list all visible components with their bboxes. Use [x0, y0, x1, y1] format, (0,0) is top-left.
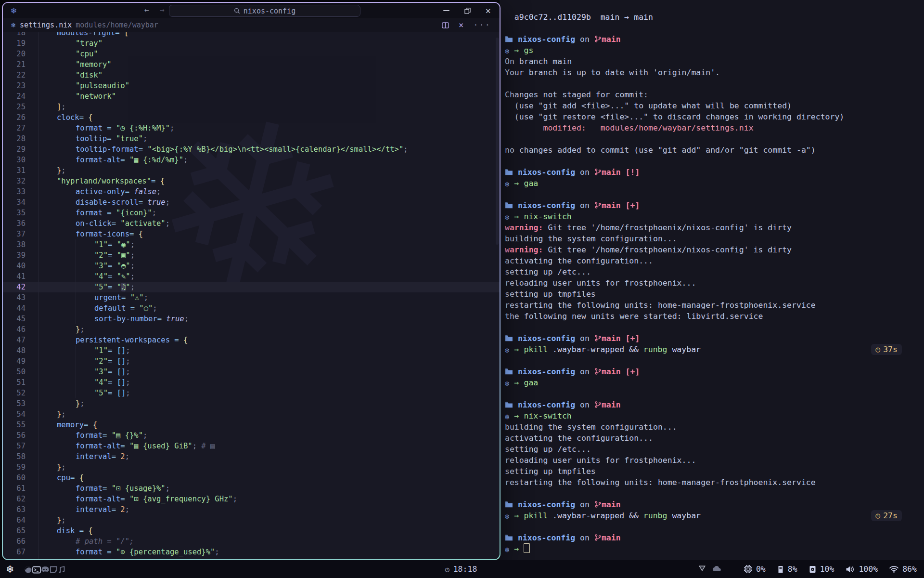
- maximize-button[interactable]: [464, 8, 471, 14]
- code-line[interactable]: 58interval= 2;: [3, 451, 500, 462]
- workspace-firefox-icon[interactable]: [24, 565, 32, 574]
- code-line[interactable]: 44default = "○";: [3, 303, 500, 314]
- code-line[interactable]: 64};: [3, 515, 500, 525]
- code-line[interactable]: 41"4"= "✎";: [3, 271, 500, 282]
- close-button[interactable]: ×: [486, 6, 491, 15]
- nav-forward-button[interactable]: →: [160, 5, 165, 14]
- code-token: =: [139, 145, 148, 154]
- code-line[interactable]: 63interval= 2;: [3, 504, 500, 515]
- code-line[interactable]: 25];: [3, 102, 500, 112]
- code-line[interactable]: 21"memory": [3, 59, 500, 70]
- code-line[interactable]: 43urgent= "⚠";: [3, 292, 500, 303]
- code-line[interactable]: 42"5"= "♫";: [3, 282, 500, 292]
- code-line[interactable]: 48"1"= [];: [3, 345, 500, 356]
- editor-scrollbar[interactable]: [496, 38, 499, 245]
- code-token: true: [147, 198, 165, 207]
- split-pane-icon[interactable]: [442, 22, 449, 28]
- terminal-text: nix-switch: [524, 411, 571, 420]
- code-line[interactable]: 34disable-scroll= true;: [3, 197, 500, 208]
- code-line[interactable]: 59};: [3, 462, 500, 473]
- cpu-module[interactable]: 0%: [744, 565, 766, 574]
- code-line[interactable]: 31};: [3, 165, 500, 176]
- line-number: 20: [3, 49, 27, 59]
- code-line[interactable]: 51"4"= [];: [3, 377, 500, 388]
- code-line[interactable]: 55memory= {: [3, 420, 500, 430]
- terminal-text: [519, 345, 524, 354]
- workspace-note-icon[interactable]: [50, 565, 58, 574]
- code-line[interactable]: 50"3"= [];: [3, 367, 500, 377]
- minimize-button[interactable]: [443, 10, 449, 11]
- cloud-icon[interactable]: [712, 565, 722, 574]
- code-line[interactable]: 57format-alt= "▤ {used} GiB"; # ▤: [3, 441, 500, 451]
- more-options-icon[interactable]: ···: [473, 20, 491, 30]
- code-line[interactable]: 23"pulseaudio": [3, 80, 500, 91]
- code-line[interactable]: 37format-icons= {: [3, 229, 500, 239]
- code-line[interactable]: 67format = "⊙ {percentage_used}%";: [3, 547, 500, 557]
- code-line[interactable]: 27format = "◷ {:%H:%M}";: [3, 123, 500, 133]
- code-line[interactable]: 29tooltip-format= "<big>{:%Y %B}</big>\n…: [3, 144, 500, 155]
- ram-module[interactable]: 8%: [777, 565, 797, 574]
- code-line[interactable]: 61format= "⊡ {usage}%";: [3, 483, 500, 494]
- code-line[interactable]: 22"disk": [3, 70, 500, 80]
- editor-titlebar[interactable]: ❄ ← → nixos-config ×: [3, 3, 500, 18]
- code-text: persistent-workspaces = {: [76, 336, 188, 344]
- code-line[interactable]: 68interval= 60;: [3, 557, 500, 559]
- code-line[interactable]: 53};: [3, 398, 500, 409]
- code-line[interactable]: 32"hyprland/workspaces"= {: [3, 176, 500, 186]
- indent-guide: [57, 292, 57, 303]
- code-line[interactable]: 20"cpu": [3, 49, 500, 59]
- code-line[interactable]: 33active-only= false;: [3, 186, 500, 197]
- code-line[interactable]: 28tooltip= "true";: [3, 133, 500, 144]
- code-token: format: [76, 124, 103, 132]
- close-tab-icon[interactable]: ×: [459, 20, 463, 30]
- volume-module[interactable]: 100%: [846, 565, 878, 574]
- workspace-terminal-icon[interactable]: [32, 565, 41, 574]
- code-line[interactable]: 38"1"= "◉";: [3, 239, 500, 250]
- code-line[interactable]: 66# path = "/";: [3, 536, 500, 547]
- code-line[interactable]: 45sort-by-number= true;: [3, 314, 500, 324]
- line-number: 45: [3, 314, 27, 324]
- clock-module[interactable]: ◷ 18:18: [445, 560, 477, 578]
- code-line[interactable]: 35format = "{icon}";: [3, 208, 500, 218]
- terminal-text: waybar: [667, 345, 701, 354]
- tab-settings-nix[interactable]: ❄ settings.nix modules/home/waybar: [3, 21, 158, 29]
- code-line[interactable]: 47persistent-workspaces = {: [3, 335, 500, 345]
- code-token: ;: [61, 463, 65, 472]
- code-line[interactable]: 49"2"= [];: [3, 356, 500, 367]
- code-line[interactable]: 46};: [3, 324, 500, 335]
- code-line[interactable]: 36on-click= "activate";: [3, 218, 500, 229]
- code-line[interactable]: 18modules-right= [: [3, 32, 500, 38]
- code-line[interactable]: 40"3"= "◓";: [3, 261, 500, 271]
- workspace-music-icon[interactable]: [58, 565, 65, 574]
- indent-guide: [57, 282, 57, 292]
- wifi-module[interactable]: 86%: [889, 565, 917, 574]
- code-line[interactable]: 30format-alt= "▦ {:%d/%m}";: [3, 155, 500, 165]
- nixos-menu-icon[interactable]: ❄: [6, 564, 14, 575]
- code-line[interactable]: 24"network": [3, 91, 500, 102]
- project-search-input[interactable]: nixos-config: [169, 5, 360, 17]
- indent-guide: [38, 261, 38, 271]
- code-text: "hyprland/workspaces"= {: [57, 177, 165, 185]
- tray-triangle-icon[interactable]: [698, 565, 706, 574]
- terminal-pane[interactable]: a9c0c72..d11029b main → main nixos-confi…: [500, 0, 924, 560]
- code-line[interactable]: 39"2"= "▣";: [3, 250, 500, 261]
- code-line[interactable]: 60cpu= {: [3, 473, 500, 483]
- code-line[interactable]: 65disk = {: [3, 525, 500, 536]
- code-line[interactable]: 52"5"= [];: [3, 388, 500, 398]
- code-line[interactable]: 54};: [3, 409, 500, 420]
- disk-module[interactable]: 10%: [809, 565, 834, 574]
- nav-back-button[interactable]: ←: [144, 5, 149, 14]
- code-token: false: [134, 187, 156, 196]
- code-line[interactable]: 26clock= {: [3, 112, 500, 123]
- workspace-discord-icon[interactable]: [41, 565, 50, 574]
- terminal-row: a9c0c72..d11029b main → main: [505, 12, 924, 23]
- code-text: };: [57, 410, 66, 419]
- code-token: "4": [94, 272, 108, 281]
- code-editor[interactable]: 18modules-right= [19"tray"20"cpu"21"memo…: [3, 32, 500, 559]
- terminal-row: building the system configuration...: [505, 233, 924, 244]
- git-branch-icon: [594, 334, 602, 345]
- code-line[interactable]: 56format= "▤ {}%";: [3, 430, 500, 441]
- code-line[interactable]: 19"tray": [3, 38, 500, 49]
- code-token: {: [88, 113, 92, 122]
- code-line[interactable]: 62format-alt= "⊡ {avg_frequency} GHz";: [3, 494, 500, 504]
